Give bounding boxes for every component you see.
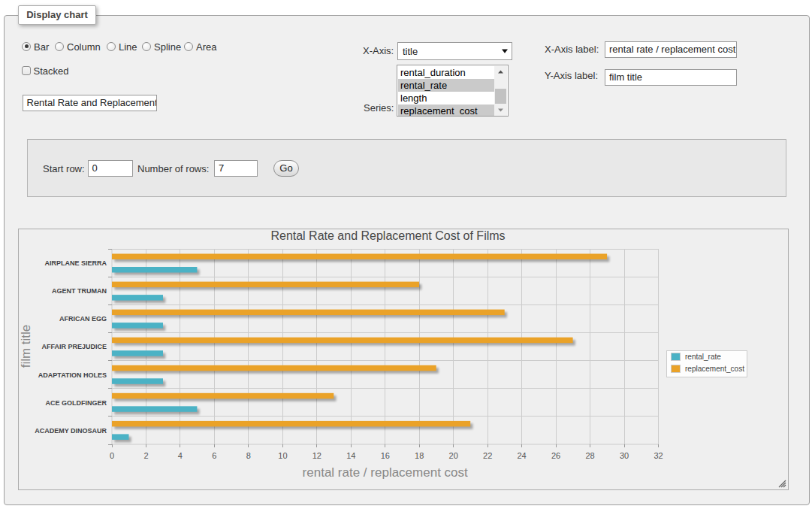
svg-text:12: 12: [312, 451, 321, 460]
svg-text:AFRICAN EGG: AFRICAN EGG: [59, 315, 107, 323]
svg-text:4: 4: [178, 451, 183, 460]
svg-text:Rental Rate and Replacement Co: Rental Rate and Replacement Cost of Film…: [270, 229, 505, 242]
svg-text:ACE GOLDFINGER: ACE GOLDFINGER: [45, 399, 107, 407]
svg-text:8: 8: [246, 451, 251, 460]
svg-text:26: 26: [551, 451, 560, 460]
svg-text:ADAPTATION HOLES: ADAPTATION HOLES: [38, 371, 107, 379]
svg-text:rental_rate: rental_rate: [685, 353, 721, 361]
svg-text:32: 32: [654, 451, 663, 460]
svg-text:rental rate / replacement cost: rental rate / replacement cost: [303, 465, 468, 480]
svg-text:AFFAIR PREJUDICE: AFFAIR PREJUDICE: [41, 343, 107, 350]
svg-text:28: 28: [585, 451, 594, 460]
svg-text:0: 0: [110, 451, 114, 460]
svg-text:AIRPLANE SIERRA: AIRPLANE SIERRA: [44, 259, 107, 267]
svg-text:replacement_cost: replacement_cost: [685, 365, 744, 373]
svg-text:ACADEMY DINOSAUR: ACADEMY DINOSAUR: [35, 427, 107, 435]
svg-text:16: 16: [381, 451, 390, 460]
svg-text:30: 30: [620, 451, 629, 460]
svg-text:22: 22: [483, 451, 492, 460]
svg-text:14: 14: [346, 451, 355, 460]
svg-text:10: 10: [278, 451, 287, 460]
svg-text:20: 20: [449, 451, 458, 460]
svg-text:film title: film title: [19, 325, 33, 368]
svg-text:AGENT TRUMAN: AGENT TRUMAN: [52, 287, 107, 295]
svg-text:24: 24: [517, 451, 526, 460]
svg-text:2: 2: [143, 451, 148, 460]
svg-text:6: 6: [212, 451, 216, 460]
svg-text:18: 18: [415, 451, 424, 460]
